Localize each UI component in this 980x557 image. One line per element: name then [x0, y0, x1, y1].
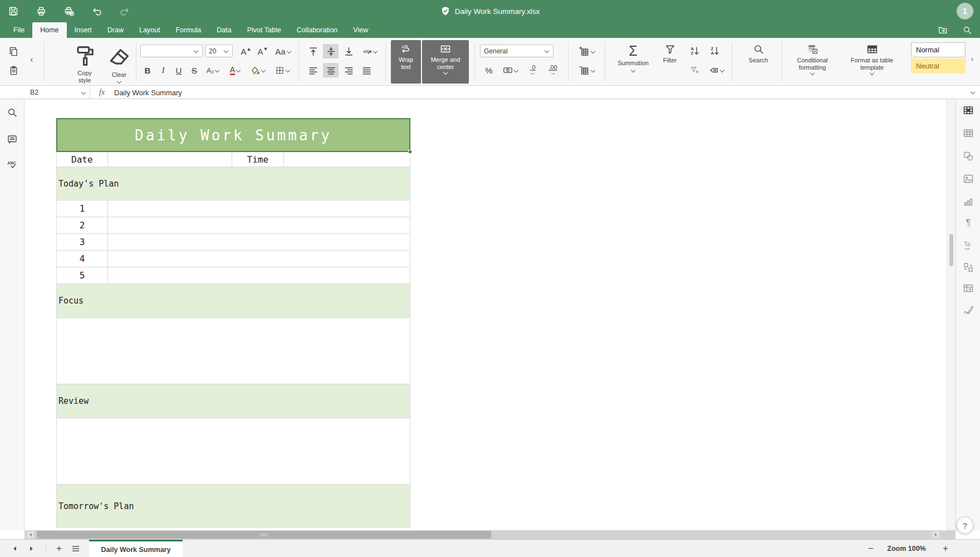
align-middle-icon[interactable]	[323, 44, 339, 58]
wrap-text-button[interactable]: AB Wrap text	[391, 40, 421, 84]
image-settings-icon[interactable]	[963, 173, 974, 184]
scroll-right-arrow[interactable]	[932, 531, 939, 538]
zoom-in-button[interactable]: +	[939, 540, 952, 557]
focus-content-cell[interactable]	[56, 318, 410, 384]
plan-number-cell[interactable]: 5	[57, 267, 108, 284]
increase-font-size-button[interactable]: A▲	[238, 44, 254, 58]
search-icon[interactable]	[7, 107, 18, 118]
menu-tab-view[interactable]: View	[345, 22, 376, 38]
paragraph-settings-icon[interactable]: ¶	[963, 218, 974, 229]
title-cell-selected[interactable]: Daily Work Summary	[56, 118, 410, 152]
scroll-left-arrow[interactable]	[27, 531, 34, 538]
cell-settings-icon[interactable]	[963, 105, 974, 116]
menu-tab-collaboration[interactable]: Collaboration	[289, 22, 346, 38]
insert-cells-button[interactable]	[575, 44, 600, 58]
font-size-combo[interactable]: 20	[205, 45, 233, 57]
align-left-icon[interactable]	[305, 63, 321, 77]
menu-tab-pivot-table[interactable]: Pivot Table	[239, 22, 289, 38]
cell-styles-more-button[interactable]: ›	[968, 42, 977, 75]
help-button[interactable]: ?	[957, 517, 973, 534]
filter-button[interactable]: Filter	[656, 40, 684, 84]
signature-settings-icon[interactable]	[963, 304, 974, 315]
menu-tab-data[interactable]: Data	[209, 22, 239, 38]
time-header-cell[interactable]: Time	[232, 152, 284, 167]
accounting-style-button[interactable]	[499, 63, 522, 77]
undo-icon[interactable]	[91, 6, 102, 17]
align-center-icon[interactable]	[323, 63, 339, 77]
conditional-formatting-button[interactable]: Conditional formatting	[786, 40, 839, 84]
format-as-table-button[interactable]: Format as table template	[841, 40, 903, 84]
strikeout-button[interactable]: S	[187, 63, 202, 77]
align-justify-icon[interactable]	[359, 63, 374, 77]
spreadsheet-canvas[interactable]: Daily Work Summary Date Time Today's Pla…	[24, 99, 947, 530]
horizontal-scrollbar[interactable]	[24, 530, 955, 539]
formula-input[interactable]: Daily Work Summary	[114, 86, 182, 99]
spellcheck-icon[interactable]: ABC	[7, 159, 18, 170]
add-sheet-button[interactable]: +	[51, 540, 67, 557]
paste-icon[interactable]	[6, 63, 21, 77]
menu-tab-home[interactable]: Home	[32, 22, 66, 38]
sort-descending-button[interactable]: ZA	[706, 44, 724, 58]
vertical-scrollbar-thumb[interactable]	[949, 234, 953, 266]
align-bottom-icon[interactable]	[341, 44, 356, 58]
change-case-button[interactable]: Aa	[273, 44, 294, 58]
bold-button[interactable]: B	[140, 63, 155, 77]
plan-entry-cell[interactable]	[108, 267, 410, 284]
copy-icon[interactable]	[6, 44, 21, 58]
search-button[interactable]: Search	[738, 40, 778, 84]
clear-filter-button[interactable]	[686, 63, 704, 77]
align-top-icon[interactable]	[305, 44, 321, 58]
collapse-toolbar-button[interactable]: ‹	[26, 52, 38, 67]
quick-print-icon[interactable]	[63, 6, 75, 17]
decrease-font-size-button[interactable]: A▼	[255, 44, 271, 58]
sort-ascending-button[interactable]: AZ	[686, 44, 704, 58]
summation-button[interactable]: Σ Summation	[611, 40, 655, 84]
textart-settings-icon[interactable]: Ta	[963, 240, 974, 251]
open-file-location-icon[interactable]	[938, 25, 948, 35]
next-sheet-arrow[interactable]	[24, 540, 38, 557]
cell-name-box[interactable]: B2	[26, 86, 90, 99]
plan-number-cell[interactable]: 2	[57, 217, 108, 233]
table-settings-icon[interactable]	[963, 128, 974, 139]
selection-fill-handle[interactable]	[408, 150, 412, 154]
expand-formula-bar-icon[interactable]	[971, 90, 976, 94]
menu-tab-insert[interactable]: Insert	[67, 22, 100, 38]
percent-style-button[interactable]: %	[481, 63, 497, 77]
zoom-out-button[interactable]: −	[864, 540, 878, 557]
comments-icon[interactable]	[7, 134, 18, 145]
font-color-button[interactable]: A	[225, 63, 246, 77]
section-header-focus[interactable]: Focus	[56, 284, 410, 318]
decrease-decimal-button[interactable]: .0←	[523, 63, 542, 77]
insert-function-button[interactable]: fx	[99, 86, 105, 99]
sheet-list-button[interactable]	[68, 540, 84, 557]
plan-entry-cell[interactable]	[108, 251, 410, 267]
vertical-scrollbar[interactable]	[947, 99, 955, 530]
subscript-button[interactable]: A₂	[203, 63, 224, 77]
section-header-review[interactable]: Review	[56, 384, 410, 418]
chart-settings-icon[interactable]	[963, 196, 974, 207]
time-value-cell[interactable]	[284, 152, 410, 167]
borders-button[interactable]	[272, 63, 294, 77]
date-header-cell[interactable]: Date	[57, 152, 108, 167]
slicer-settings-icon[interactable]	[963, 262, 974, 273]
review-content-cell[interactable]	[56, 418, 410, 485]
plan-number-cell[interactable]: 1	[57, 201, 108, 217]
orientation-button[interactable]: AB	[359, 44, 382, 58]
menu-tab-layout[interactable]: Layout	[131, 22, 168, 38]
delete-cells-button[interactable]	[575, 63, 600, 77]
italic-button[interactable]: I	[156, 63, 170, 77]
shape-settings-icon[interactable]	[963, 150, 974, 162]
merge-and-center-button[interactable]: Merge and center	[422, 40, 469, 84]
pivot-table-settings-icon[interactable]	[963, 283, 974, 294]
date-value-cell[interactable]	[108, 152, 232, 167]
prev-sheet-arrow[interactable]	[8, 540, 21, 557]
plan-number-cell[interactable]: 4	[57, 251, 108, 267]
section-header-todays-plan[interactable]: Today's Plan	[56, 167, 410, 201]
clear-button[interactable]: Clear	[106, 40, 133, 84]
print-icon[interactable]	[36, 6, 47, 17]
redo-icon[interactable]	[119, 6, 130, 17]
named-ranges-button[interactable]	[705, 63, 728, 77]
cell-style-neutral[interactable]: Neutral	[911, 58, 966, 74]
align-right-icon[interactable]	[341, 63, 356, 77]
plan-entry-cell[interactable]	[108, 217, 410, 233]
